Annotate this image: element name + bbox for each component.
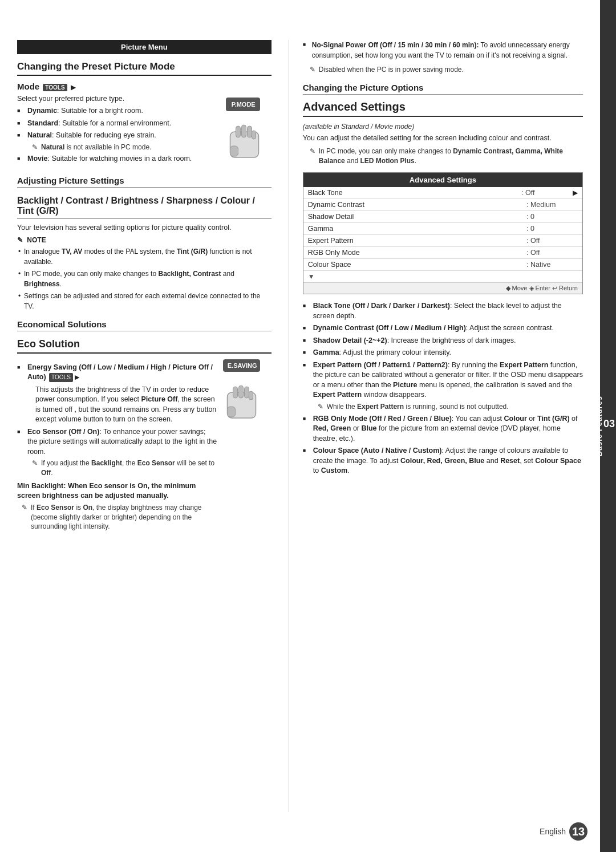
mode-item-dynamic: Dynamic: Suitable for a bright room. (17, 106, 220, 116)
adv-table-header: Advanced Settings (303, 173, 582, 187)
svg-rect-11 (227, 407, 235, 417)
backlight-title: Backlight / Contrast / Brightness / Shar… (17, 196, 271, 219)
eco-list: Energy Saving (Off / Low / Medium / High… (17, 363, 217, 478)
adv-item-colour-space: Colour Space (Auto / Native / Custom): A… (303, 446, 583, 476)
note-pencil-icon: ✎ (17, 236, 23, 244)
eco-sensor-subnote: If you adjust the Backlight, the Eco Sen… (32, 459, 217, 478)
gamma-value: : 0 (526, 225, 566, 233)
mode-item-movie: Movie: Suitable for watching movies in a… (17, 154, 220, 164)
adv-desc: You can adjust the detailed setting for … (303, 134, 583, 142)
adv-scroll-indicator: ▼ (303, 271, 582, 282)
right-column: No-Signal Power Off (Off / 15 min / 30 m… (289, 40, 583, 812)
note-item-1: In analogue TV, AV modes of the PAL syst… (17, 246, 271, 267)
section-changing-preset: Changing the Preset Picture Mode (17, 61, 271, 76)
mode-item-natural: Natural: Suitable for reducing eye strai… (17, 131, 220, 152)
shadow-detail-label: Shadow Detail (308, 213, 526, 221)
side-tab: 03 Basic Features (600, 0, 616, 852)
eco-solution-title: Eco Solution (17, 338, 271, 354)
shadow-detail-value: : 0 (526, 213, 566, 221)
left-column: Picture Menu Changing the Preset Picture… (17, 40, 289, 812)
mode-label: Mode TOOLS ▶ (17, 82, 271, 91)
esaving-button: E.SAVING (223, 359, 260, 372)
adv-avail-note: (available in Standard / Movie mode) (303, 123, 583, 131)
eco-item-sensor: Eco Sensor (Off / On): To enhance your p… (17, 427, 217, 478)
svg-rect-4 (252, 131, 256, 139)
adv-row-expert-pattern: Expert Pattern : Off (303, 235, 582, 247)
tools-badge: TOOLS (43, 84, 67, 91)
chapter-number: 03 (603, 418, 613, 430)
page-container: Picture Menu Changing the Preset Picture… (0, 0, 616, 852)
eco-tools-badge: TOOLS (49, 373, 73, 382)
mode-list: Dynamic: Suitable for a bright room. Sta… (17, 106, 220, 164)
section-picture-options: Changing the Picture Options (303, 83, 583, 95)
gamma-label: Gamma (308, 225, 526, 233)
adv-row-black-tone: Black Tone : Off ▶ (303, 187, 582, 199)
adv-row-shadow-detail: Shadow Detail : 0 (303, 211, 582, 223)
mode-item-standard: Standard: Suitable for a normal environm… (17, 119, 220, 129)
adv-settings-title: Advanced Settings (303, 100, 583, 117)
tools-icon: ▶ (71, 83, 76, 91)
dynamic-contrast-label: Dynamic Contrast (308, 201, 526, 209)
rgb-mode-value: : Off (526, 249, 566, 257)
section-economical: Economical Solutions (17, 319, 271, 331)
eco-tools-arrow: ▶ (75, 374, 79, 380)
svg-rect-10 (249, 391, 253, 400)
no-signal-subnote: Disabled when the PC is in power saving … (310, 65, 583, 75)
main-content: Picture Menu Changing the Preset Picture… (0, 23, 600, 829)
svg-rect-2 (241, 125, 246, 137)
colour-space-value: : Native (526, 261, 566, 269)
note-list: In analogue TV, AV modes of the PAL syst… (17, 246, 271, 311)
adv-row-colour-space: Colour Space : Native (303, 259, 582, 271)
adv-item-dynamic-contrast: Dynamic Contrast (Off / Low / Medium / H… (303, 323, 583, 334)
no-signal-section: No-Signal Power Off (Off / 15 min / 30 m… (303, 40, 583, 75)
note-item-2: In PC mode, you can only make changes to… (17, 269, 271, 289)
eco-sensor-brightness-note: If Eco Sensor is On, the display brightn… (22, 503, 217, 532)
page-lang: English (540, 827, 566, 836)
eco-hand-illustration (223, 375, 260, 421)
energy-saving-desc: This adjusts the brightness of the TV in… (35, 385, 217, 425)
eco-row: Energy Saving (Off / Low / Medium / High… (17, 359, 271, 533)
svg-rect-1 (236, 126, 240, 137)
hand-illustration (226, 115, 263, 160)
note-title: ✎ NOTE (17, 236, 271, 244)
scroll-down-icon: ▼ (308, 273, 315, 281)
pmode-image-area: P.MODE (226, 98, 271, 162)
svg-rect-8 (238, 386, 243, 398)
adv-settings-table: Advanced Settings Black Tone : Off ▶ Dyn… (303, 172, 583, 294)
adv-pc-note: In PC mode, you can only make changes to… (310, 147, 583, 166)
eco-item-energy: Energy Saving (Off / Low / Medium / High… (17, 363, 217, 425)
svg-rect-7 (233, 387, 237, 398)
adv-bullet-list: Black Tone (Off / Dark / Darker / Darkes… (303, 301, 583, 476)
adv-table-rows: Black Tone : Off ▶ Dynamic Contrast : Me… (303, 187, 582, 282)
pmode-button: P.MODE (226, 98, 260, 111)
page-number: 13 (569, 822, 587, 841)
adv-row-dynamic-contrast: Dynamic Contrast : Medium (303, 199, 582, 211)
adv-row-gamma: Gamma : 0 (303, 223, 582, 235)
esaving-image-area: E.SAVING (223, 359, 271, 423)
expert-pattern-subnote: While the Expert Pattern is running, sou… (318, 402, 583, 412)
note-section: ✎ NOTE In analogue TV, AV modes of the P… (17, 236, 271, 311)
adv-table-footer: ◆ Move ◈ Enter ↩ Return (303, 282, 582, 294)
no-signal-note: No-Signal Power Off (Off / 15 min / 30 m… (303, 40, 583, 60)
black-tone-arrow: ▶ (573, 189, 578, 197)
adv-item-shadow-detail: Shadow Detail (-2~+2): Increase the brig… (303, 336, 583, 346)
black-tone-value: : Off (521, 189, 561, 197)
min-backlight-note: Min Backlight: When Eco sensor is On, th… (17, 481, 217, 501)
page-footer: English 13 (540, 822, 587, 841)
black-tone-label: Black Tone (308, 189, 521, 197)
svg-rect-3 (247, 126, 252, 137)
note-item-3: Settings can be adjusted and stored for … (17, 291, 271, 311)
colour-space-label: Colour Space (308, 261, 526, 269)
natural-subnote: Natural is not available in PC mode. (32, 143, 220, 152)
adv-item-expert-pattern: Expert Pattern (Off / Pattern1 / Pattern… (303, 360, 583, 412)
mode-content: Select your preferred picture type. Dyna… (17, 95, 220, 168)
picture-menu-header: Picture Menu (17, 40, 271, 54)
expert-pattern-label: Expert Pattern (308, 237, 526, 245)
eco-content: Energy Saving (Off / Low / Medium / High… (17, 359, 217, 533)
adv-item-gamma: Gamma: Adjust the primary colour intensi… (303, 348, 583, 358)
expert-pattern-value: : Off (526, 237, 566, 245)
chapter-title: Basic Features (595, 396, 603, 457)
mode-row: Select your preferred picture type. Dyna… (17, 95, 271, 168)
dynamic-contrast-value: : Medium (526, 201, 566, 209)
backlight-desc: Your television has several setting opti… (17, 224, 271, 232)
